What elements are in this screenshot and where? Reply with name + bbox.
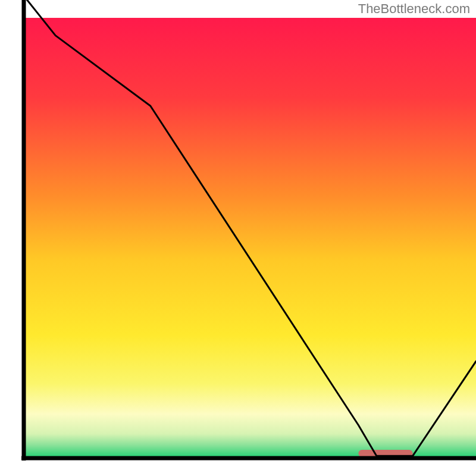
- bottleneck-chart: [0, 0, 476, 476]
- svg-rect-1: [24, 18, 476, 458]
- chart-container: TheBottleneck.com: [0, 0, 476, 476]
